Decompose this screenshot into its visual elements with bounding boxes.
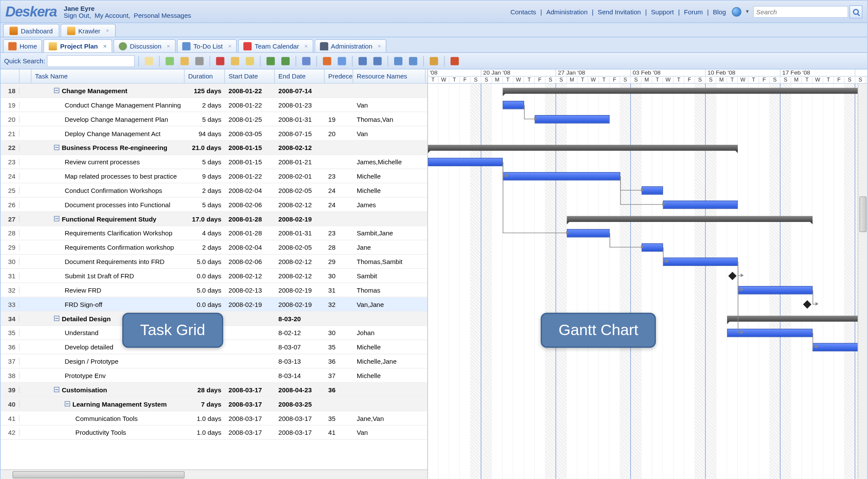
cell-task-name[interactable]: Functional Requirement Study	[32, 215, 185, 222]
cell-end-date[interactable]: 2008-01-31	[275, 229, 325, 236]
col-icon[interactable]	[20, 69, 31, 83]
global-search-input[interactable]	[753, 6, 848, 17]
cell-predecessors[interactable]: 23	[325, 229, 353, 236]
cell-task-name[interactable]: Change Management	[32, 87, 185, 94]
tab-team-calendar[interactable]: Team Calendar×	[238, 39, 313, 52]
cell-duration[interactable]: 5.0 days	[185, 258, 225, 265]
main-tab-dashboard[interactable]: Dashboard	[3, 24, 59, 37]
gantt-task-bar[interactable]	[663, 257, 737, 266]
cell-end-date[interactable]: 8-02-12	[275, 329, 325, 336]
cell-task-name[interactable]: Business Process Re-engineering	[32, 144, 185, 151]
cell-end-date[interactable]: 2008-02-05	[275, 187, 325, 194]
cell-task-name[interactable]: Conduct Confirmation Workshops	[32, 187, 185, 194]
cell-end-date[interactable]: 2008-04-23	[275, 386, 325, 393]
cell-start-date[interactable]: 2008-01-28	[225, 215, 275, 222]
table-row[interactable]: 24Map related processes to best practice…	[0, 169, 427, 183]
cell-resources[interactable]: Michelle	[353, 173, 426, 179]
table-row[interactable]: 41Communication Tools1.0 days2008-03-172…	[0, 411, 427, 426]
nav-forum[interactable]: Forum	[682, 8, 705, 15]
cell-end-date[interactable]: 2008-01-31	[275, 115, 325, 122]
collapse-icon[interactable]	[54, 316, 59, 321]
close-icon[interactable]: ×	[228, 43, 232, 49]
grid-h-scrollbar[interactable]	[0, 469, 427, 479]
cell-duration[interactable]: 5 days	[185, 115, 225, 122]
cell-predecessors[interactable]: 36	[325, 386, 353, 393]
table-row[interactable]: 32Review FRD5.0 days2008-02-132008-02-19…	[0, 283, 427, 297]
cell-end-date[interactable]: 8-03-13	[275, 358, 325, 365]
cell-predecessors[interactable]: 32	[325, 300, 353, 307]
col-start-date[interactable]: Start Date	[225, 69, 275, 83]
cell-predecessors[interactable]: 30	[325, 272, 353, 279]
cell-predecessors[interactable]: 37	[325, 372, 353, 379]
col-index[interactable]	[0, 69, 20, 83]
cell-end-date[interactable]: 2008-03-17	[275, 429, 325, 436]
cell-duration[interactable]: 4 days	[185, 229, 225, 236]
gantt-task-bar[interactable]	[567, 229, 610, 237]
cell-end-date[interactable]: 2008-03-17	[275, 414, 325, 421]
cell-resources[interactable]: Michelle,Jane	[353, 358, 426, 365]
tool-redo[interactable]	[279, 54, 292, 67]
cell-end-date[interactable]: 8-03-14	[275, 372, 325, 379]
table-row[interactable]: 42Productivity Tools1.0 days2008-03-1720…	[0, 426, 427, 440]
scrollbar-thumb[interactable]	[13, 471, 185, 478]
collapse-icon[interactable]	[54, 216, 59, 221]
close-icon[interactable]: ×	[106, 27, 109, 34]
cell-predecessors[interactable]: 30	[325, 329, 353, 336]
cell-duration[interactable]: 5.0 days	[185, 287, 225, 293]
cell-resources[interactable]: Van	[353, 130, 426, 137]
cell-predecessors[interactable]: 29	[325, 258, 353, 265]
tool-clock2[interactable]	[336, 54, 349, 67]
cell-task-name[interactable]: Conduct Change Management Planning	[32, 101, 185, 108]
cell-duration[interactable]: 9 days	[185, 173, 225, 179]
search-button[interactable]	[849, 5, 862, 18]
cell-start-date[interactable]: 2008-02-19	[225, 300, 275, 307]
cell-predecessors[interactable]: 23	[325, 173, 353, 179]
table-row[interactable]: 22Business Process Re-engineering21.0 da…	[0, 140, 427, 155]
cell-duration[interactable]: 2 days	[185, 101, 225, 108]
signout-link[interactable]: Sign Out	[64, 12, 89, 19]
cell-resources[interactable]: Jane,Van	[353, 414, 426, 421]
col-predecessors[interactable]: Predecessors	[325, 69, 353, 83]
cell-task-name[interactable]: Review FRD	[32, 287, 185, 293]
cell-end-date[interactable]: 2008-02-05	[275, 244, 325, 251]
cell-end-date[interactable]: 2008-02-12	[275, 144, 325, 151]
cell-task-name[interactable]: Submit 1st Draft of FRD	[32, 272, 185, 279]
table-row[interactable]: 33FRD Sign-off0.0 days2008-02-192008-02-…	[0, 297, 427, 312]
tab-project-plan[interactable]: Project Plan×	[43, 39, 112, 52]
gantt-task-bar[interactable]	[428, 158, 503, 166]
table-row[interactable]: 29Requirements Confirmation workshop2 da…	[0, 240, 427, 254]
cell-task-name[interactable]: Communication Tools	[32, 414, 185, 421]
col-task-name[interactable]: Task Name	[32, 69, 185, 83]
gantt-milestone[interactable]	[803, 300, 811, 309]
cell-start-date[interactable]: 2008-02-13	[225, 287, 275, 293]
cell-end-date[interactable]: 2008-01-21	[275, 158, 325, 165]
cell-start-date[interactable]: 2008-01-22	[225, 87, 275, 94]
cell-start-date[interactable]: 2008-01-22	[225, 101, 275, 108]
cell-predecessors[interactable]: 41	[325, 429, 353, 436]
table-row[interactable]: 18Change Management125 days2008-01-22200…	[0, 84, 427, 98]
cell-start-date[interactable]: 2008-01-28	[225, 229, 275, 236]
cell-start-date[interactable]: 2008-01-22	[225, 173, 275, 179]
cell-predecessors[interactable]: 35	[325, 343, 353, 350]
cell-resources[interactable]: Johan	[353, 329, 426, 336]
tool-saveas[interactable]	[407, 54, 420, 67]
cell-resources[interactable]: Van,Jane	[353, 300, 426, 307]
tool-cut[interactable]	[214, 54, 227, 67]
cell-task-name[interactable]: Requirements Confirmation workshop	[32, 244, 185, 251]
collapse-icon[interactable]	[65, 401, 70, 406]
gantt-task-bar[interactable]	[663, 201, 737, 209]
close-icon[interactable]: ×	[304, 43, 308, 49]
cell-duration[interactable]: 125 days	[185, 87, 225, 94]
col-resources[interactable]: Resource Names	[353, 69, 426, 83]
tool-info[interactable]	[371, 54, 384, 67]
nav-contacts[interactable]: Contacts	[508, 8, 538, 15]
cell-task-name[interactable]: Map related processes to best practice	[32, 173, 185, 179]
cell-start-date[interactable]: 2008-03-17	[225, 429, 275, 436]
cell-predecessors[interactable]: 20	[325, 130, 353, 137]
table-row[interactable]: 40Learning Management System7 days2008-0…	[0, 397, 427, 411]
cell-duration[interactable]: 21.0 days	[185, 144, 225, 151]
cell-start-date[interactable]: 2008-02-04	[225, 244, 275, 251]
gantt-summary-bar[interactable]	[727, 316, 866, 322]
table-row[interactable]: 31Submit 1st Draft of FRD0.0 days2008-02…	[0, 269, 427, 283]
col-duration[interactable]: Duration	[185, 69, 225, 83]
